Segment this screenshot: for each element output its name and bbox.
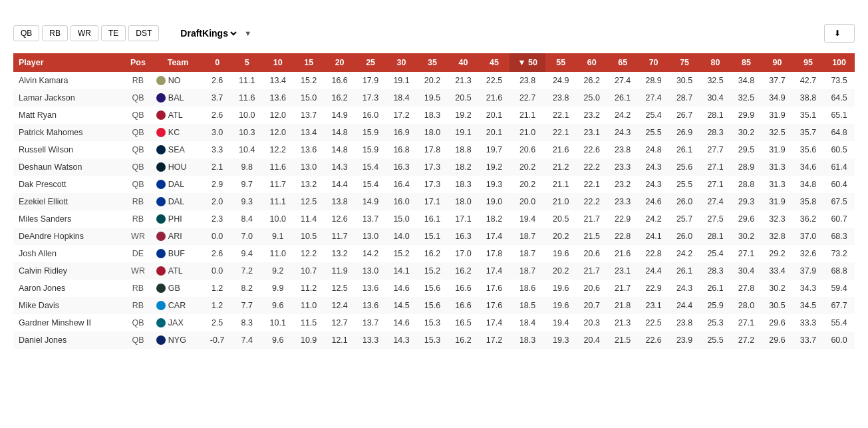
- stat-col-60: 22.1: [576, 176, 607, 193]
- stat-col-70: 22.5: [638, 314, 668, 331]
- stat-col-20: 14.9: [324, 107, 355, 124]
- table-wrapper: PlayerPosTeam051015202530354045▼ 5055606…: [13, 53, 855, 349]
- player-team: CAR: [153, 297, 203, 314]
- stat-col-80: 25.5: [700, 331, 730, 349]
- player-pos: QB: [123, 158, 153, 176]
- col-header-player[interactable]: Player: [13, 53, 123, 72]
- stat-col-15: 13.2: [293, 176, 324, 193]
- player-name: Daniel Jones: [13, 331, 123, 349]
- pos-button-rb[interactable]: RB: [42, 25, 68, 41]
- stat-col-100: 55.4: [823, 314, 855, 331]
- stat-col-40: 18.3: [448, 176, 478, 193]
- stat-col-30: 14.5: [386, 297, 416, 314]
- col-header-95[interactable]: 95: [793, 53, 823, 72]
- col-header-35[interactable]: 35: [417, 53, 448, 72]
- col-header-team[interactable]: Team: [153, 53, 203, 72]
- pos-button-te[interactable]: TE: [101, 25, 126, 41]
- stat-col-55: 22.1: [545, 124, 576, 141]
- stat-col-5: 7.2: [231, 262, 262, 280]
- table-row: Gardner Minshew IIQBJAX2.58.310.111.512.…: [13, 314, 855, 331]
- stat-col-100: 68.3: [823, 228, 855, 245]
- stat-col-10: 12.0: [262, 107, 293, 124]
- stat-col-35: 17.3: [417, 176, 448, 193]
- stat-col-40: 20.5: [448, 89, 478, 107]
- stat-col-30: 14.6: [386, 314, 416, 331]
- stat-col-10: 11.7: [262, 176, 293, 193]
- stat-col-95: 33.3: [793, 314, 823, 331]
- stat-col-20: 13.8: [324, 193, 355, 210]
- stat-col-75: 26.1: [669, 262, 700, 280]
- pos-button-wr[interactable]: WR: [71, 25, 98, 41]
- col-header-80[interactable]: 80: [700, 53, 730, 72]
- pos-buttons: QBRBWRTEDST: [13, 25, 159, 41]
- col-header-50[interactable]: ▼ 50: [509, 53, 545, 72]
- col-header-65[interactable]: 65: [607, 53, 638, 72]
- player-pos: QB: [123, 176, 153, 193]
- team-logo-icon: [156, 180, 166, 189]
- stat-col-20: 14.8: [324, 124, 355, 141]
- team-abbr: DAL: [168, 180, 184, 189]
- stat-col-95: 38.8: [793, 89, 823, 107]
- col-header-75[interactable]: 75: [669, 53, 700, 72]
- stat-col-80: 28.1: [700, 228, 730, 245]
- stat-col-100: 64.8: [823, 124, 855, 141]
- stat-col-0: 2.5: [203, 314, 231, 331]
- col-header-25[interactable]: 25: [355, 53, 386, 72]
- stat-col-60: 22.2: [576, 158, 607, 176]
- stat-col-35: 15.2: [417, 262, 448, 280]
- col-header-100[interactable]: 100: [823, 53, 855, 72]
- col-header-0[interactable]: 0: [203, 53, 231, 72]
- stat-col-45: 21.6: [479, 89, 509, 107]
- stat-col-30: 16.0: [386, 193, 416, 210]
- col-header-60[interactable]: 60: [576, 53, 607, 72]
- col-header-70[interactable]: 70: [638, 53, 668, 72]
- table-row: Matt RyanQBATL2.610.012.013.714.916.017.…: [13, 107, 855, 124]
- stat-col-55: 19.6: [545, 245, 576, 262]
- col-header-5[interactable]: 5: [231, 53, 262, 72]
- col-header-10[interactable]: 10: [262, 53, 293, 72]
- stat-col-40: 18.8: [448, 141, 478, 158]
- col-header-30[interactable]: 30: [386, 53, 416, 72]
- player-team: BAL: [153, 89, 203, 107]
- stat-col-95: 34.5: [793, 297, 823, 314]
- operator-arrow-icon: ▼: [244, 29, 251, 37]
- stat-col-10: 10.1: [262, 314, 293, 331]
- stat-col-0: 3.7: [203, 89, 231, 107]
- stat-col-10: 12.2: [262, 141, 293, 158]
- stat-col-5: 11.1: [231, 72, 262, 89]
- stat-col-10: 9.6: [262, 331, 293, 349]
- stat-col-70: 22.8: [638, 245, 668, 262]
- table-row: Deshaun WatsonQBHOU2.19.811.613.014.315.…: [13, 158, 855, 176]
- col-header-55[interactable]: 55: [545, 53, 576, 72]
- col-header-90[interactable]: 90: [762, 53, 792, 72]
- stat-col-15: 11.5: [293, 314, 324, 331]
- team-logo-icon: [156, 214, 166, 224]
- stat-col-25: 13.3: [355, 331, 386, 349]
- stat-col-60: 20.6: [576, 245, 607, 262]
- stat-col-60: 22.2: [576, 193, 607, 210]
- player-name: Josh Allen: [13, 245, 123, 262]
- team-abbr: SEA: [168, 145, 185, 154]
- stat-col-25: 14.9: [355, 193, 386, 210]
- stat-col-75: 24.4: [669, 297, 700, 314]
- download-csv-button[interactable]: ⬇: [824, 24, 855, 43]
- stat-col-50: 18.5: [509, 297, 545, 314]
- stat-col-10: 9.2: [262, 262, 293, 280]
- stat-col-80: 27.7: [700, 141, 730, 158]
- stat-col-5: 10.0: [231, 107, 262, 124]
- col-header-85[interactable]: 85: [731, 53, 762, 72]
- col-header-40[interactable]: 40: [448, 53, 478, 72]
- col-header-15[interactable]: 15: [293, 53, 324, 72]
- col-header-45[interactable]: 45: [479, 53, 509, 72]
- stat-col-10: 9.1: [262, 228, 293, 245]
- stat-col-85: 30.4: [731, 262, 762, 280]
- pos-button-dst[interactable]: DST: [128, 25, 159, 41]
- col-header-20[interactable]: 20: [324, 53, 355, 72]
- operator-select[interactable]: DraftKings FanDuel Yahoo: [178, 27, 239, 39]
- stat-col-75: 23.8: [669, 314, 700, 331]
- table-row: Mike DavisRBCAR1.27.79.611.012.413.614.5…: [13, 297, 855, 314]
- pos-button-qb[interactable]: QB: [13, 25, 39, 41]
- col-header-pos[interactable]: Pos: [123, 53, 153, 72]
- stat-col-95: 34.8: [793, 176, 823, 193]
- stat-col-60: 20.6: [576, 280, 607, 297]
